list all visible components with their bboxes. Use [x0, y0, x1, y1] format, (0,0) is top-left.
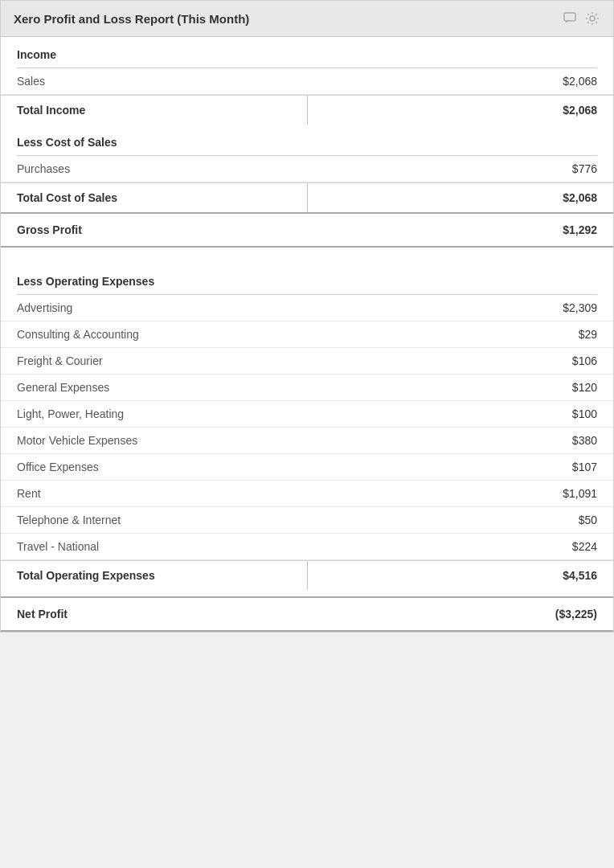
svg-rect-0 — [564, 13, 575, 21]
freight-row: Freight & Courier $106 — [1, 348, 613, 375]
net-profit-row: Net Profit ($3,225) — [1, 598, 613, 630]
report-container: Xero Profit and Loss Report (This Month)… — [0, 0, 614, 633]
freight-value: $106 — [572, 354, 597, 367]
operating-expenses-header: Less Operating Expenses — [1, 264, 613, 294]
income-section: Income Sales $2,068 Total Income $2,068 — [1, 37, 613, 125]
operating-expenses-section: Less Operating Expenses Advertising $2,3… — [1, 264, 613, 590]
gross-profit-section: Gross Profit $1,292 — [1, 212, 613, 248]
motor-vehicle-row: Motor Vehicle Expenses $380 — [1, 428, 613, 454]
gross-profit-row: Gross Profit $1,292 — [1, 214, 613, 246]
rent-value: $1,091 — [563, 487, 597, 500]
svg-point-1 — [590, 16, 595, 21]
freight-label: Freight & Courier — [17, 354, 103, 367]
rent-row: Rent $1,091 — [1, 481, 613, 507]
comment-icon[interactable] — [562, 10, 578, 27]
sales-label: Sales — [17, 75, 45, 88]
net-profit-section: Net Profit ($3,225) — [1, 596, 613, 632]
net-profit-value: ($3,225) — [555, 608, 597, 620]
purchases-row: Purchases $776 — [1, 156, 613, 182]
office-expenses-row: Office Expenses $107 — [1, 454, 613, 481]
report-body: Income Sales $2,068 Total Income $2,068 … — [1, 37, 613, 632]
income-section-header: Income — [1, 37, 613, 68]
travel-value: $224 — [572, 540, 597, 553]
motor-vehicle-value: $380 — [572, 434, 597, 447]
consulting-label: Consulting & Accounting — [17, 328, 139, 341]
gross-profit-value: $1,292 — [563, 223, 597, 236]
spacer — [1, 248, 613, 264]
sales-value: $2,068 — [563, 75, 597, 88]
light-power-label: Light, Power, Heating — [17, 407, 124, 420]
rent-label: Rent — [17, 487, 41, 500]
total-cost-of-sales-row: Total Cost of Sales $2,068 — [1, 182, 613, 212]
telephone-row: Telephone & Internet $50 — [1, 507, 613, 534]
advertising-row: Advertising $2,309 — [1, 295, 613, 321]
consulting-row: Consulting & Accounting $29 — [1, 321, 613, 348]
total-income-value: $2,068 — [563, 104, 597, 117]
office-expenses-label: Office Expenses — [17, 461, 99, 473]
general-expenses-label: General Expenses — [17, 381, 109, 394]
total-operating-expenses-row: Total Operating Expenses $4,516 — [1, 560, 613, 590]
motor-vehicle-label: Motor Vehicle Expenses — [17, 434, 137, 447]
consulting-value: $29 — [579, 328, 597, 341]
purchases-label: Purchases — [17, 162, 70, 175]
cost-of-sales-section: Less Cost of Sales Purchases $776 Total … — [1, 125, 613, 212]
total-operating-label: Total Operating Expenses — [17, 569, 155, 582]
purchases-value: $776 — [572, 162, 597, 175]
advertising-value: $2,309 — [563, 301, 597, 314]
sales-row: Sales $2,068 — [1, 68, 613, 95]
travel-label: Travel - National — [17, 540, 99, 553]
total-cost-value: $2,068 — [563, 191, 597, 204]
total-income-label: Total Income — [17, 104, 85, 117]
cost-of-sales-header: Less Cost of Sales — [1, 125, 613, 155]
general-expenses-row: General Expenses $120 — [1, 375, 613, 401]
net-profit-label: Net Profit — [17, 608, 68, 620]
telephone-value: $50 — [579, 514, 597, 526]
gross-profit-label: Gross Profit — [17, 223, 82, 236]
report-title: Xero Profit and Loss Report (This Month) — [14, 12, 249, 26]
total-income-row: Total Income $2,068 — [1, 95, 613, 125]
general-expenses-value: $120 — [572, 381, 597, 394]
total-cost-label: Total Cost of Sales — [17, 191, 117, 204]
report-header: Xero Profit and Loss Report (This Month) — [1, 1, 613, 37]
header-icons — [562, 10, 600, 27]
total-operating-value: $4,516 — [563, 569, 597, 582]
telephone-label: Telephone & Internet — [17, 514, 121, 526]
office-expenses-value: $107 — [572, 461, 597, 473]
travel-row: Travel - National $224 — [1, 534, 613, 560]
settings-icon[interactable] — [584, 10, 600, 27]
light-power-row: Light, Power, Heating $100 — [1, 401, 613, 428]
light-power-value: $100 — [572, 407, 597, 420]
advertising-label: Advertising — [17, 301, 72, 314]
